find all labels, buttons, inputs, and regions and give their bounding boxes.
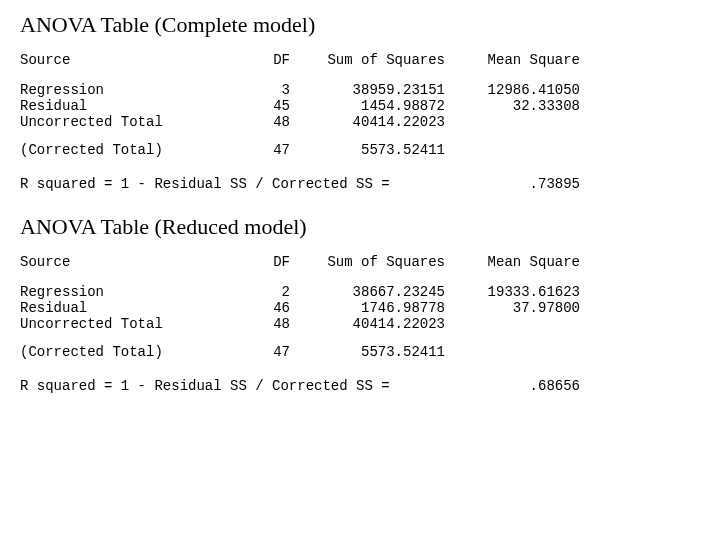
table-row: Uncorrected Total 48 40414.22023 [20, 114, 700, 130]
r-squared-label: R squared = 1 - Residual SS / Corrected … [20, 378, 415, 394]
cell-ss: 5573.52411 [290, 344, 445, 360]
cell-ss: 38667.23245 [290, 284, 445, 300]
header-ss: Sum of Squares [290, 254, 445, 270]
r-squared-row: R squared = 1 - Residual SS / Corrected … [20, 378, 700, 394]
table-header-row: Source DF Sum of Squares Mean Square [20, 254, 700, 270]
table-row: Regression 3 38959.23151 12986.41050 [20, 82, 700, 98]
r-squared-label: R squared = 1 - Residual SS / Corrected … [20, 176, 415, 192]
row-label-residual: Residual [20, 300, 235, 316]
table-row: (Corrected Total) 47 5573.52411 [20, 142, 700, 158]
cell-ms: 19333.61623 [445, 284, 580, 300]
cell-ss: 38959.23151 [290, 82, 445, 98]
row-label-uncorrected: Uncorrected Total [20, 114, 235, 130]
header-ms: Mean Square [445, 254, 580, 270]
cell-ms: 37.97800 [445, 300, 580, 316]
cell-ms [445, 142, 580, 158]
header-df: DF [235, 52, 290, 68]
cell-df: 47 [235, 344, 290, 360]
cell-ss: 40414.22023 [290, 114, 445, 130]
reduced-anova-table: Source DF Sum of Squares Mean Square Reg… [20, 254, 700, 394]
r-squared-value: .73895 [415, 176, 580, 192]
complete-model-title: ANOVA Table (Complete model) [20, 12, 700, 38]
cell-df: 46 [235, 300, 290, 316]
cell-ms: 32.33308 [445, 98, 580, 114]
table-header-row: Source DF Sum of Squares Mean Square [20, 52, 700, 68]
cell-ss: 5573.52411 [290, 142, 445, 158]
table-row: Residual 46 1746.98778 37.97800 [20, 300, 700, 316]
row-label-uncorrected: Uncorrected Total [20, 316, 235, 332]
cell-ms [445, 316, 580, 332]
cell-df: 45 [235, 98, 290, 114]
complete-anova-table: Source DF Sum of Squares Mean Square Reg… [20, 52, 700, 192]
header-source: Source [20, 52, 235, 68]
header-ss: Sum of Squares [290, 52, 445, 68]
row-label-corrected: (Corrected Total) [20, 344, 235, 360]
cell-ms: 12986.41050 [445, 82, 580, 98]
header-source: Source [20, 254, 235, 270]
cell-ss: 1746.98778 [290, 300, 445, 316]
header-ms: Mean Square [445, 52, 580, 68]
table-row: Uncorrected Total 48 40414.22023 [20, 316, 700, 332]
row-label-regression: Regression [20, 82, 235, 98]
row-label-regression: Regression [20, 284, 235, 300]
table-row: Regression 2 38667.23245 19333.61623 [20, 284, 700, 300]
r-squared-row: R squared = 1 - Residual SS / Corrected … [20, 176, 700, 192]
header-df: DF [235, 254, 290, 270]
cell-ms [445, 344, 580, 360]
cell-ss: 1454.98872 [290, 98, 445, 114]
cell-ss: 40414.22023 [290, 316, 445, 332]
cell-df: 48 [235, 114, 290, 130]
cell-df: 48 [235, 316, 290, 332]
cell-df: 3 [235, 82, 290, 98]
cell-df: 47 [235, 142, 290, 158]
row-label-corrected: (Corrected Total) [20, 142, 235, 158]
row-label-residual: Residual [20, 98, 235, 114]
r-squared-value: .68656 [415, 378, 580, 394]
table-row: Residual 45 1454.98872 32.33308 [20, 98, 700, 114]
cell-df: 2 [235, 284, 290, 300]
cell-ms [445, 114, 580, 130]
reduced-model-title: ANOVA Table (Reduced model) [20, 214, 700, 240]
table-row: (Corrected Total) 47 5573.52411 [20, 344, 700, 360]
